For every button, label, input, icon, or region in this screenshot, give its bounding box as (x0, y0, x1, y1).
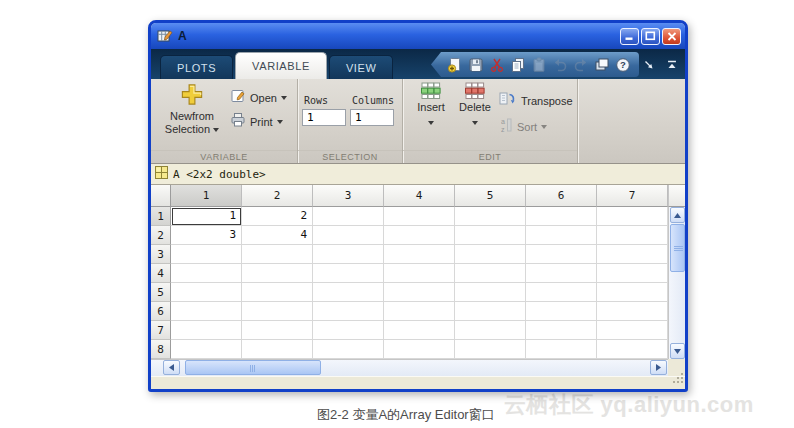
table-cell[interactable] (455, 207, 526, 226)
maximize-button[interactable] (641, 28, 660, 45)
table-cell[interactable] (526, 207, 597, 226)
table-cell[interactable] (384, 283, 455, 302)
table-cell[interactable] (384, 340, 455, 359)
table-cell[interactable] (171, 321, 242, 340)
table-cell[interactable] (313, 207, 384, 226)
row-header[interactable]: 1 (151, 207, 171, 226)
help-icon[interactable]: ? (612, 55, 633, 75)
table-cell[interactable] (313, 283, 384, 302)
row-header[interactable]: 3 (151, 245, 171, 264)
horizontal-scrollbar[interactable] (151, 359, 668, 376)
horizontal-scroll-thumb[interactable] (185, 360, 321, 375)
table-cell[interactable] (597, 245, 668, 264)
table-cell[interactable] (384, 302, 455, 321)
insert-button[interactable]: Insert (409, 82, 453, 127)
tab-view[interactable]: VIEW (329, 55, 394, 79)
corner-cell[interactable] (151, 185, 171, 207)
table-cell[interactable] (597, 283, 668, 302)
table-cell[interactable] (597, 264, 668, 283)
table-cell[interactable] (455, 321, 526, 340)
undock-icon[interactable] (640, 55, 658, 75)
table-cell[interactable]: 1 (171, 207, 242, 226)
table-cell[interactable] (455, 302, 526, 321)
table-cell[interactable] (597, 321, 668, 340)
row-header[interactable]: 8 (151, 340, 171, 359)
table-cell[interactable] (597, 302, 668, 321)
table-cell[interactable] (242, 302, 313, 321)
table-cell[interactable] (313, 226, 384, 245)
table-cell[interactable] (171, 283, 242, 302)
table-cell[interactable]: 3 (171, 226, 242, 245)
scroll-up-button[interactable] (670, 207, 685, 223)
table-cell[interactable] (597, 226, 668, 245)
table-cell[interactable] (455, 245, 526, 264)
row-header[interactable]: 7 (151, 321, 171, 340)
column-header[interactable]: 7 (597, 185, 668, 207)
row-header[interactable]: 5 (151, 283, 171, 302)
table-cell[interactable] (526, 283, 597, 302)
table-cell[interactable] (171, 302, 242, 321)
rows-input[interactable] (302, 109, 346, 126)
table-cell[interactable] (455, 340, 526, 359)
tab-plots[interactable]: PLOTS (160, 55, 233, 79)
new-from-selection-button[interactable]: Newfrom Selection (158, 82, 226, 136)
table-cell[interactable] (384, 321, 455, 340)
column-header[interactable]: 5 (455, 185, 526, 207)
scroll-down-button[interactable] (670, 343, 685, 359)
table-cell[interactable] (171, 340, 242, 359)
row-header[interactable]: 2 (151, 226, 171, 245)
minimize-ribbon-icon[interactable] (663, 55, 681, 75)
close-button[interactable] (662, 28, 681, 45)
table-cell[interactable] (384, 264, 455, 283)
scroll-right-button[interactable] (650, 360, 667, 375)
column-header[interactable]: 1 (171, 185, 242, 207)
minimize-button[interactable] (620, 28, 639, 45)
table-cell[interactable] (597, 340, 668, 359)
column-header[interactable]: 6 (526, 185, 597, 207)
copy-icon[interactable] (507, 55, 528, 75)
table-cell[interactable] (313, 321, 384, 340)
table-cell[interactable] (526, 226, 597, 245)
table-cell[interactable] (313, 245, 384, 264)
table-cell[interactable] (171, 245, 242, 264)
sort-button[interactable]: az Sort (499, 117, 547, 137)
switch-windows-icon[interactable] (591, 55, 612, 75)
table-cell[interactable] (526, 302, 597, 321)
save-icon[interactable] (465, 55, 486, 75)
table-cell[interactable] (242, 283, 313, 302)
table-cell[interactable] (526, 321, 597, 340)
column-header[interactable]: 4 (384, 185, 455, 207)
table-cell[interactable] (313, 264, 384, 283)
scroll-left-button[interactable] (163, 360, 180, 375)
tab-variable[interactable]: VARIABLE (235, 52, 327, 79)
vertical-scrollbar[interactable] (668, 207, 685, 359)
cut-icon[interactable] (486, 55, 507, 75)
delete-button[interactable]: Delete (453, 82, 497, 127)
columns-input[interactable] (350, 109, 394, 126)
table-cell[interactable] (455, 283, 526, 302)
print-button[interactable]: Print (230, 112, 283, 132)
table-cell[interactable] (242, 321, 313, 340)
new-variable-icon[interactable] (444, 55, 465, 75)
resize-grip-icon[interactable] (672, 370, 684, 388)
row-header[interactable]: 4 (151, 264, 171, 283)
vertical-scroll-thumb[interactable] (670, 224, 685, 272)
table-cell[interactable] (526, 245, 597, 264)
transpose-button[interactable]: Transpose (499, 91, 573, 111)
row-header[interactable]: 6 (151, 302, 171, 321)
table-cell[interactable] (242, 264, 313, 283)
table-cell[interactable]: 4 (242, 226, 313, 245)
table-cell[interactable] (526, 264, 597, 283)
table-cell[interactable] (384, 226, 455, 245)
table-cell[interactable] (384, 207, 455, 226)
table-cell[interactable] (171, 264, 242, 283)
table-cell[interactable] (313, 340, 384, 359)
open-button[interactable]: Open (230, 88, 287, 108)
column-header[interactable]: 3 (313, 185, 384, 207)
table-cell[interactable] (455, 264, 526, 283)
table-cell[interactable] (313, 302, 384, 321)
table-cell[interactable] (526, 340, 597, 359)
table-cell[interactable]: 2 (242, 207, 313, 226)
table-cell[interactable] (242, 340, 313, 359)
table-cell[interactable] (597, 207, 668, 226)
